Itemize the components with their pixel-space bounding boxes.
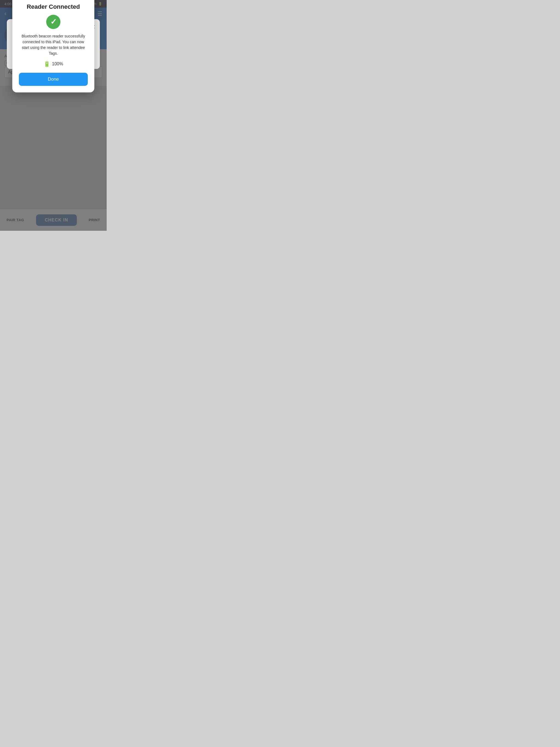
settings-modal: Settings ✕ Printers RFID Network Station… (7, 19, 100, 69)
alert-title: Reader Connected (19, 3, 88, 10)
checkmark-icon: ✓ (50, 18, 57, 26)
battery-level-text: 100% (52, 61, 63, 67)
alert-icon: ✓ (46, 15, 60, 29)
check-circle: ✓ (46, 15, 60, 29)
alert-dialog: Reader Connected ✓ Bluetooth beacon read… (12, 0, 94, 93)
alert-message: Bluetooth beacon reader successfully con… (19, 33, 88, 56)
modal-overlay: Settings ✕ Printers RFID Network Station… (0, 0, 107, 231)
alert-battery: 🔋 100% (19, 61, 88, 67)
done-button[interactable]: Done (19, 73, 88, 86)
alert-overlay: Reader Connected ✓ Bluetooth beacon read… (7, 19, 100, 69)
battery-emoji-icon: 🔋 (44, 61, 50, 67)
